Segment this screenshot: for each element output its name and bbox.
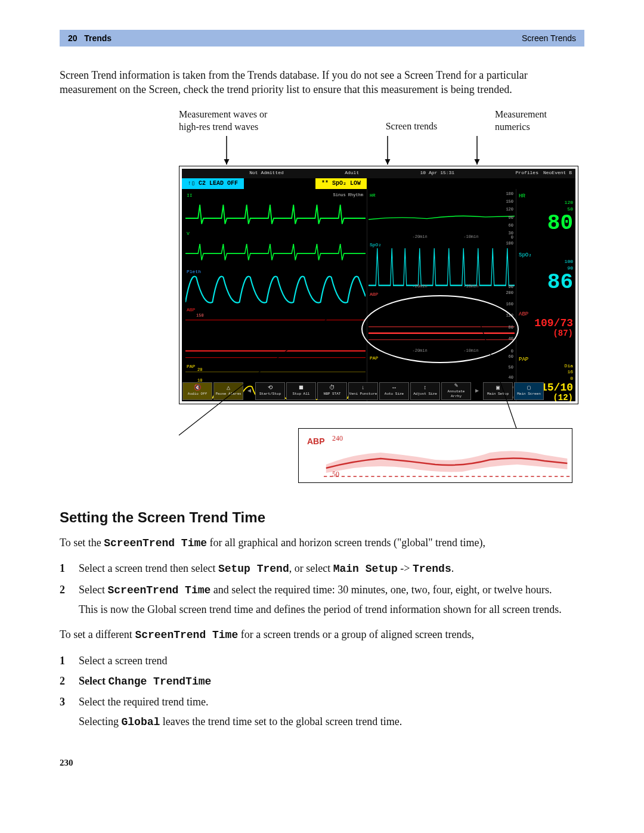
smartkey-icon: ⏱	[329, 385, 335, 391]
trend-hr[interactable]: HR 180 150 120 90 60 30 0	[369, 191, 515, 241]
numeric-abp[interactable]: ABP 109/73 (87)	[519, 309, 573, 354]
smartkey-label: Main Setup	[487, 392, 509, 397]
numeric-spo2[interactable]: SpO₂ 100 90 86	[519, 250, 573, 309]
callout-measurement-numerics: Measurement numerics	[495, 108, 578, 134]
monitor-trends-column: HR 180 150 120 90 60 30 0	[367, 189, 516, 401]
global-trend-intro: To set the ScreenTrend Time for all grap…	[60, 535, 584, 550]
smartkey-main-setup[interactable]: ▣Main Setup	[483, 382, 513, 400]
smartkey-scroll-right[interactable]: ▶	[472, 382, 482, 400]
figure-callouts: Measurement waves or high-res trend wave…	[179, 108, 578, 134]
smartkey-nbp-stat[interactable]: ⏱NBP STAT	[317, 382, 347, 400]
smartkey-label: Audio Off	[188, 392, 207, 397]
abp-trend-detail-figure: ABP 240 50	[298, 428, 572, 483]
smartkey-icon: ⟲	[268, 385, 273, 391]
step-body: Select the required trend time.Selecting…	[79, 695, 584, 729]
ui-term: ScreenTrend Time	[107, 584, 210, 596]
smartkey-auto-size[interactable]: ↔Auto Size	[379, 382, 409, 400]
status-patient-type: Adult	[345, 170, 359, 176]
numeric-abp-mean: (87)	[519, 329, 573, 338]
smartkey-icon: ▣	[496, 385, 500, 391]
step-number: 2	[60, 674, 68, 689]
wave-abp-scale: 150	[196, 313, 204, 318]
smartkey-adjust-size[interactable]: ↕Adjust Size	[410, 382, 440, 400]
wave-abp[interactable]: ABP 150	[185, 306, 366, 362]
trend-spo2[interactable]: SpO₂ 100 90 -20min -10min	[369, 241, 515, 290]
wave-ecg-lead-label: II	[187, 193, 193, 199]
smartkey-label: NBP STAT	[324, 392, 341, 397]
section-heading: Setting the Screen Trend Time	[60, 508, 584, 527]
numeric-hr-value: 80	[519, 213, 573, 234]
wave-v-lead-label: V	[187, 231, 190, 237]
wave-ecg-secondary[interactable]: V	[185, 230, 366, 268]
step-item: 2Select ScreenTrend Time and select the …	[60, 583, 584, 617]
monitor-numerics-column: HR 120 50 80 SpO₂ 100 90 86	[516, 189, 575, 401]
chapter-number: 20	[68, 33, 78, 43]
trend-hr-label: HR	[370, 193, 376, 199]
numeric-abp-value: 109/73	[519, 318, 573, 329]
smartkey-stop-all[interactable]: ⏹Stop All	[286, 382, 316, 400]
step-item: 3Select the required trend time.Selectin…	[60, 695, 584, 729]
callout-screen-trends: Screen trends	[386, 120, 438, 134]
smartkey-audio-off[interactable]: 🔇Audio Off	[182, 382, 212, 400]
ui-term: Setup Trend	[218, 563, 289, 575]
smartkey-icon: ↓	[361, 385, 365, 391]
monitor-alarm-banners: ↑▯ C2 LEAD OFF ** SpO₂ LOW	[182, 178, 575, 189]
smartkey-main-screen[interactable]: ▢Main Screen	[514, 382, 544, 400]
step-body: Select a screen trend then select Setup …	[79, 561, 584, 576]
step-body: Select a screen trend	[79, 654, 584, 668]
ui-term: Global	[121, 716, 160, 728]
smartkey-icon: △	[227, 385, 230, 391]
smartkey-label: Annotate Arrhy	[442, 389, 470, 399]
smartkey-annotate-arrhy[interactable]: ✎Annotate Arrhy	[441, 382, 471, 400]
smartkey-scroll-left[interactable]: ◀	[244, 382, 255, 400]
step-number: 2	[60, 583, 68, 617]
smartkey-label: Veni Puncture	[349, 392, 377, 397]
trend-abp-label: ABP	[370, 292, 378, 298]
alarm-banner-spo2-low[interactable]: ** SpO₂ LOW	[315, 178, 367, 189]
callout-arrows	[179, 136, 578, 166]
step-body: Select ScreenTrend Time and select the r…	[79, 583, 584, 617]
smartkey-label: Main Screen	[517, 392, 541, 397]
smartkey-label: Start/Stop	[259, 392, 281, 397]
page-header: 20 Trends Screen Trends	[60, 30, 584, 47]
single-trend-intro: To set a different ScreenTrend Time for …	[60, 627, 584, 642]
rhythm-label: Sinus Rhythm	[333, 193, 363, 198]
ui-term: Main Setup	[333, 563, 398, 575]
smartkey-bar: 🔇Audio Off△Pause Alarms◀⟲Start/Stop⏹Stop…	[182, 381, 575, 401]
ui-term: Trends	[413, 563, 451, 575]
wave-abp-label: ABP	[187, 307, 195, 314]
numeric-hr[interactable]: HR 120 50 80	[519, 191, 573, 250]
monitor-figure: Not Admitted Adult 10 Apr 15:31 Profiles…	[179, 166, 578, 404]
smartkey-label: Stop All	[293, 392, 310, 397]
steps-global-list: 1Select a screen trend then select Setup…	[60, 561, 584, 617]
numeric-spo2-value: 86	[519, 272, 573, 293]
step-body: Select Change TrendTime	[79, 674, 584, 689]
ui-term: Change TrendTime	[108, 676, 211, 688]
step-number: 1	[60, 561, 68, 576]
step-number: 3	[60, 695, 68, 729]
trend-abp[interactable]: ABP 200 160 120 80 40	[369, 290, 515, 355]
section-title: Screen Trends	[522, 33, 576, 44]
monitor-topbar: Not Admitted Adult 10 Apr 15:31 Profiles…	[182, 169, 575, 178]
smartkey-icon: ✎	[454, 383, 458, 389]
page-number: 230	[60, 757, 584, 769]
wave-pleth-label: Pleth	[187, 269, 201, 275]
smartkey-start-stop[interactable]: ⟲Start/Stop	[255, 382, 285, 400]
smartkey-pause-alarms[interactable]: △Pause Alarms	[213, 382, 243, 400]
smartkey-icon: 🔇	[194, 385, 201, 391]
smartkey-label: Auto Size	[385, 392, 404, 397]
wave-pap-label: PAP	[187, 364, 195, 370]
intro-paragraph: Screen Trend information is taken from t…	[60, 68, 584, 97]
status-neoevent: NeoEvent B	[543, 170, 572, 176]
step-item: 2Select Change TrendTime	[60, 674, 584, 689]
alarm-banner-lead-off[interactable]: ↑▯ C2 LEAD OFF	[182, 178, 244, 189]
smartkey-label: Pause Alarms	[215, 392, 241, 397]
numeric-spo2-label: SpO₂	[519, 252, 532, 259]
wave-pleth[interactable]: Pleth	[185, 268, 366, 306]
smartkey-veni-puncture[interactable]: ↓Veni Puncture	[348, 382, 378, 400]
smartkey-icon: ⏹	[298, 385, 304, 391]
wave-ecg-primary[interactable]: II Sinus Rhythm	[185, 191, 366, 230]
status-profiles: Profiles	[516, 170, 538, 176]
step-number: 1	[60, 654, 68, 668]
trend-pap-label: PAP	[370, 355, 378, 362]
